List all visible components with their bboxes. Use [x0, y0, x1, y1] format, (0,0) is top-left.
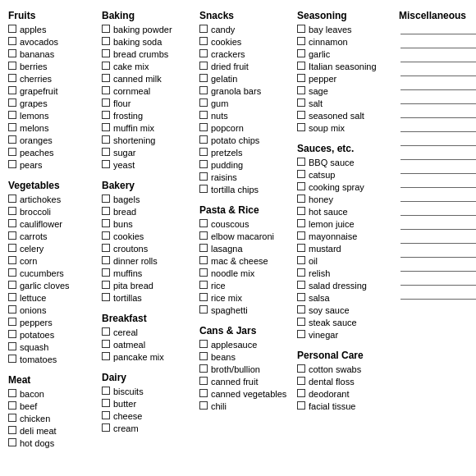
- checkbox[interactable]: [199, 185, 208, 193]
- checkbox[interactable]: [199, 268, 208, 277]
- checkbox[interactable]: [297, 293, 305, 301]
- checkbox[interactable]: [297, 305, 305, 314]
- checkbox[interactable]: [199, 281, 208, 289]
- checkbox[interactable]: [297, 25, 305, 33]
- checkbox[interactable]: [199, 172, 208, 181]
- checkbox[interactable]: [8, 281, 16, 289]
- checkbox[interactable]: [297, 281, 305, 289]
- checkbox[interactable]: [102, 148, 110, 156]
- checkbox[interactable]: [8, 426, 16, 434]
- checkbox[interactable]: [297, 111, 305, 119]
- checkbox[interactable]: [199, 74, 208, 82]
- checkbox[interactable]: [199, 340, 208, 348]
- checkbox[interactable]: [297, 37, 305, 45]
- checkbox[interactable]: [199, 219, 208, 227]
- checkbox[interactable]: [102, 399, 110, 407]
- checkbox[interactable]: [8, 389, 16, 397]
- checkbox[interactable]: [199, 135, 208, 144]
- checkbox[interactable]: [297, 123, 305, 131]
- checkbox[interactable]: [297, 74, 305, 82]
- checkbox[interactable]: [102, 123, 110, 131]
- checkbox[interactable]: [102, 423, 110, 432]
- checkbox[interactable]: [8, 207, 16, 215]
- checkbox[interactable]: [102, 231, 110, 240]
- checkbox[interactable]: [8, 318, 16, 326]
- checkbox[interactable]: [102, 219, 110, 227]
- checkbox[interactable]: [8, 219, 16, 227]
- checkbox[interactable]: [8, 123, 16, 131]
- checkbox[interactable]: [199, 160, 208, 168]
- checkbox[interactable]: [297, 330, 305, 338]
- checkbox[interactable]: [102, 111, 110, 119]
- checkbox[interactable]: [102, 352, 110, 360]
- checkbox[interactable]: [102, 49, 110, 57]
- checkbox[interactable]: [297, 268, 305, 277]
- checkbox[interactable]: [102, 387, 110, 395]
- checkbox[interactable]: [102, 160, 110, 168]
- checkbox[interactable]: [102, 195, 110, 203]
- checkbox[interactable]: [8, 244, 16, 252]
- checkbox[interactable]: [8, 342, 16, 350]
- checkbox[interactable]: [199, 352, 208, 360]
- checkbox[interactable]: [8, 37, 16, 45]
- checkbox[interactable]: [297, 86, 305, 94]
- checkbox[interactable]: [102, 281, 110, 289]
- checkbox[interactable]: [199, 49, 208, 57]
- checkbox[interactable]: [199, 364, 208, 373]
- checkbox[interactable]: [8, 49, 16, 57]
- checkbox[interactable]: [102, 244, 110, 252]
- checkbox[interactable]: [8, 148, 16, 156]
- checkbox[interactable]: [199, 401, 208, 410]
- checkbox[interactable]: [102, 256, 110, 264]
- checkbox[interactable]: [102, 37, 110, 45]
- checkbox[interactable]: [199, 62, 208, 70]
- checkbox[interactable]: [102, 135, 110, 144]
- checkbox[interactable]: [297, 231, 305, 240]
- checkbox[interactable]: [8, 355, 16, 363]
- checkbox[interactable]: [102, 86, 110, 94]
- checkbox[interactable]: [199, 389, 208, 397]
- checkbox[interactable]: [297, 98, 305, 107]
- checkbox[interactable]: [297, 389, 305, 397]
- checkbox[interactable]: [297, 182, 305, 190]
- checkbox[interactable]: [199, 244, 208, 252]
- checkbox[interactable]: [297, 158, 305, 166]
- checkbox[interactable]: [8, 293, 16, 301]
- checkbox[interactable]: [8, 305, 16, 314]
- checkbox[interactable]: [297, 219, 305, 227]
- checkbox[interactable]: [297, 62, 305, 70]
- checkbox[interactable]: [102, 207, 110, 215]
- checkbox[interactable]: [8, 401, 16, 410]
- checkbox[interactable]: [297, 256, 305, 264]
- checkbox[interactable]: [8, 414, 16, 422]
- checkbox[interactable]: [8, 25, 16, 33]
- checkbox[interactable]: [8, 160, 16, 168]
- checkbox[interactable]: [199, 86, 208, 94]
- checkbox[interactable]: [199, 98, 208, 107]
- checkbox[interactable]: [199, 293, 208, 301]
- checkbox[interactable]: [199, 256, 208, 264]
- checkbox[interactable]: [199, 305, 208, 314]
- checkbox[interactable]: [297, 207, 305, 215]
- checkbox[interactable]: [102, 293, 110, 301]
- checkbox[interactable]: [102, 62, 110, 70]
- checkbox[interactable]: [199, 148, 208, 156]
- checkbox[interactable]: [199, 25, 208, 33]
- checkbox[interactable]: [297, 244, 305, 252]
- checkbox[interactable]: [199, 231, 208, 240]
- checkbox[interactable]: [102, 268, 110, 277]
- checkbox[interactable]: [297, 49, 305, 57]
- checkbox[interactable]: [297, 364, 305, 373]
- checkbox[interactable]: [8, 231, 16, 240]
- checkbox[interactable]: [8, 330, 16, 338]
- checkbox[interactable]: [297, 401, 305, 410]
- checkbox[interactable]: [8, 256, 16, 264]
- checkbox[interactable]: [102, 25, 110, 33]
- checkbox[interactable]: [297, 195, 305, 203]
- checkbox[interactable]: [102, 327, 110, 336]
- checkbox[interactable]: [199, 123, 208, 131]
- checkbox[interactable]: [8, 135, 16, 144]
- checkbox[interactable]: [199, 377, 208, 385]
- checkbox[interactable]: [8, 438, 16, 446]
- checkbox[interactable]: [102, 340, 110, 348]
